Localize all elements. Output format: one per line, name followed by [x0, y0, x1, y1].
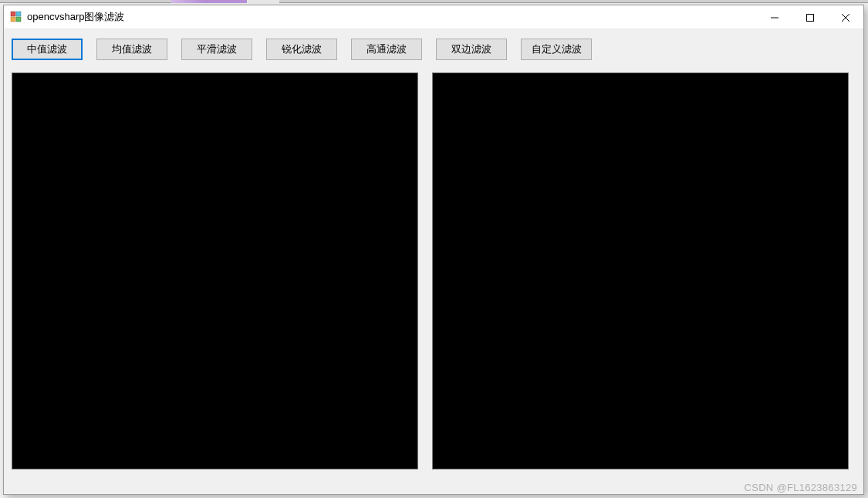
titlebar-left: opencvsharp图像滤波	[4, 10, 124, 24]
minimize-button[interactable]	[757, 5, 792, 29]
svg-rect-1	[16, 12, 21, 16]
client-area: 中值滤波 均值滤波 平滑滤波 锐化滤波 高通滤波 双边滤波 自定义滤波	[4, 29, 863, 494]
image-area	[4, 69, 863, 494]
parent-window-edge	[0, 0, 868, 3]
close-button[interactable]	[828, 5, 863, 29]
highpass-filter-button[interactable]: 高通滤波	[351, 39, 422, 60]
app-window: opencvsharp图像滤波 中值滤波 均值滤波 平滑滤波 锐化滤波 高通滤波…	[3, 5, 864, 495]
filter-button-row: 中值滤波 均值滤波 平滑滤波 锐化滤波 高通滤波 双边滤波 自定义滤波	[4, 29, 863, 69]
sharpen-filter-button[interactable]: 锐化滤波	[266, 39, 337, 60]
smooth-filter-button[interactable]: 平滑滤波	[181, 39, 252, 60]
source-image-panel	[12, 72, 418, 469]
titlebar[interactable]: opencvsharp图像滤波	[4, 5, 863, 29]
svg-rect-3	[16, 17, 21, 22]
svg-rect-2	[11, 17, 15, 22]
app-icon	[10, 11, 22, 23]
mean-filter-button[interactable]: 均值滤波	[96, 39, 167, 60]
custom-filter-button[interactable]: 自定义滤波	[521, 39, 592, 60]
window-controls	[757, 5, 863, 29]
maximize-button[interactable]	[792, 5, 828, 29]
bilateral-filter-button[interactable]: 双边滤波	[436, 39, 507, 60]
svg-rect-0	[11, 12, 15, 16]
svg-rect-5	[807, 14, 814, 21]
background-tab-hint	[171, 0, 279, 3]
window-title: opencvsharp图像滤波	[27, 10, 124, 24]
result-image-panel	[432, 72, 849, 469]
median-filter-button[interactable]: 中值滤波	[12, 39, 83, 60]
